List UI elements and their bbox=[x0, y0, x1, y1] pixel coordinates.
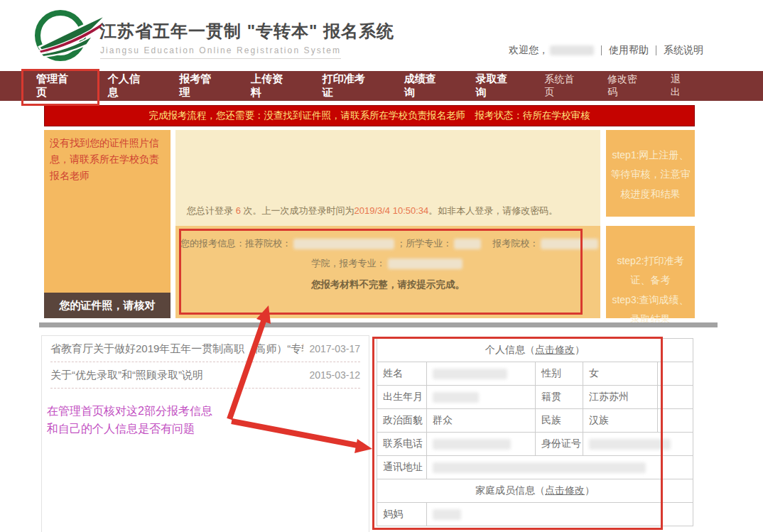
welcome-text: 欢迎您， bbox=[509, 44, 548, 57]
value-address bbox=[427, 456, 693, 479]
section-divider bbox=[39, 322, 718, 327]
login-text: 您总计登录 bbox=[187, 205, 236, 216]
label-phone: 联系电话 bbox=[377, 433, 427, 456]
value-birthplace: 江苏苏州 bbox=[583, 386, 658, 409]
empty-cell bbox=[658, 362, 693, 386]
step1-box: step1:网上注册、等待审核，注意审核进度和结果 bbox=[606, 130, 695, 217]
nav-right-group: 系统首页 修改密码 退出 bbox=[532, 71, 702, 101]
edit-personal-info-link[interactable]: 点击修改 bbox=[535, 344, 575, 355]
table-row: 出生年月 籍贯 江苏苏州 bbox=[377, 386, 693, 409]
login-text: 次。上一次成功登录时间为 bbox=[241, 205, 355, 216]
family-info-header: 家庭成员信息（点击修改） bbox=[377, 479, 693, 503]
target-major-redacted bbox=[388, 259, 462, 269]
tutorial-note: 在管理首页核对这2部分报考信息 和自己的个人信息是否有问题 bbox=[47, 403, 212, 438]
apply-info-line2: 学院，报考专业： bbox=[175, 257, 600, 270]
value-political-status: 群众 bbox=[427, 409, 536, 433]
value-phone bbox=[427, 433, 536, 456]
major-redacted bbox=[454, 239, 481, 249]
personal-info-table: 个人信息（点击修改） 姓名 性别 女 出生年月 籍贯 江苏苏州 政治面貌 群众 … bbox=[377, 338, 693, 526]
table-header-row: 个人信息（点击修改） bbox=[377, 339, 693, 362]
separator bbox=[656, 45, 656, 55]
news-date: 2015-03-12 bbox=[309, 369, 360, 381]
empty-cell bbox=[658, 386, 693, 409]
table-row: 姓名 性别 女 bbox=[377, 362, 693, 386]
nav-item-personal-info[interactable]: 个人信息 bbox=[93, 71, 165, 101]
personal-info-header: 个人信息（点击修改） bbox=[377, 339, 693, 362]
login-text: 。如非本人登录，请修改密码。 bbox=[428, 205, 558, 216]
tutorial-note-line1: 在管理首页核对这2部分报考信息 bbox=[47, 403, 212, 420]
header-text: ） bbox=[585, 484, 595, 496]
edit-family-info-link[interactable]: 点击修改 bbox=[545, 484, 585, 496]
user-name-redacted bbox=[550, 45, 594, 55]
empty-cell bbox=[658, 409, 693, 433]
value-mother bbox=[427, 503, 693, 526]
family-header-row: 家庭成员信息（点击修改） bbox=[377, 479, 693, 503]
step2-step3-box: step2:打印准考证、备考 step3:查询成绩、录取结果 bbox=[606, 226, 695, 318]
help-link[interactable]: 使用帮助 bbox=[609, 44, 649, 57]
apply-text: ；所学专业： bbox=[396, 237, 452, 250]
nav-item-print-ticket[interactable]: 打印准考证 bbox=[308, 71, 389, 101]
nav-item-system-home[interactable]: 系统首页 bbox=[532, 71, 595, 101]
phone-redacted bbox=[433, 439, 511, 450]
label-id-number: 身份证号 bbox=[536, 433, 583, 456]
tutorial-note-line2: 和自己的个人信息是否有问题 bbox=[47, 420, 212, 438]
value-birthdate bbox=[427, 386, 536, 409]
value-name bbox=[427, 362, 536, 386]
nav-left-group: 管理首页 个人信息 报考管理 上传资料 打印准考证 成绩查询 录取查询 bbox=[21, 71, 532, 101]
table-row: 妈妈 bbox=[377, 503, 693, 526]
photo-panel-footer: 您的证件照，请核对 bbox=[44, 293, 171, 318]
header-text: 个人信息（ bbox=[485, 344, 535, 355]
id-photo-panel: 没有找到您的证件照片信息，请联系所在学校负责报名老师 您的证件照，请核对 bbox=[44, 130, 171, 318]
label-political-status: 政治面貌 bbox=[377, 409, 427, 433]
label-name: 姓名 bbox=[377, 362, 427, 386]
name-redacted bbox=[433, 369, 507, 379]
separator bbox=[601, 45, 602, 55]
nav-item-admission-query[interactable]: 录取查询 bbox=[461, 71, 533, 101]
table-row: 联系电话 身份证号 bbox=[377, 433, 693, 456]
apply-text: 您的报考信息：推荐院校： bbox=[180, 237, 291, 250]
nav-item-change-password[interactable]: 修改密码 bbox=[595, 71, 659, 101]
apply-info-block: 您的报考信息：推荐院校：；所学专业： 报考院校： 学院，报考专业： 您报考材料不… bbox=[175, 226, 600, 318]
site-subtitle: Jiangsu Education Online Registration Sy… bbox=[100, 45, 341, 59]
label-ethnicity: 民族 bbox=[536, 409, 583, 433]
system-info-link[interactable]: 系统说明 bbox=[664, 44, 703, 57]
photo-missing-message: 没有找到您的证件照片信息，请联系所在学校负责报名老师 bbox=[44, 130, 171, 184]
news-date: 2017-03-17 bbox=[309, 343, 360, 354]
apply-info-line1: 您的报考信息：推荐院校：；所学专业： 报考院校： bbox=[180, 237, 600, 250]
address-redacted bbox=[433, 462, 646, 473]
main-navbar: 管理首页 个人信息 报考管理 上传资料 打印准考证 成绩查询 录取查询 系统首页… bbox=[0, 71, 763, 101]
news-list-item[interactable]: 关于“优先录取”和“照顾录取”说明 2015-03-12 bbox=[50, 362, 360, 389]
apply-warning: 您报考材料不完整，请按提示完成。 bbox=[175, 278, 600, 291]
step2-text: step2:打印准考证、备考 bbox=[609, 251, 692, 291]
news-title[interactable]: 关于“优先录取”和“照顾录取”说明 bbox=[50, 369, 303, 382]
header-text: 家庭成员信息（ bbox=[475, 484, 545, 496]
page-root: 江苏省五年一贯制 "专转本" 报名系统 Jiangsu Education On… bbox=[0, 0, 763, 532]
login-count: 6 bbox=[236, 205, 241, 216]
apply-text: 报考院校： bbox=[483, 237, 539, 250]
target-school-redacted bbox=[541, 239, 598, 249]
site-title: 江苏省五年一贯制 "专转本" 报名系统 bbox=[99, 20, 394, 43]
nav-item-upload-material[interactable]: 上传资料 bbox=[236, 71, 308, 101]
label-birthdate: 出生年月 bbox=[377, 386, 427, 409]
label-mother: 妈妈 bbox=[377, 503, 427, 526]
welcome-bar: 欢迎您， 使用帮助 系统说明 bbox=[509, 44, 703, 57]
label-address: 通讯地址 bbox=[377, 456, 427, 479]
table-row: 通讯地址 bbox=[377, 456, 693, 479]
center-panel: 您总计登录 6 次。上一次成功登录时间为2019/3/4 10:50:34。如非… bbox=[175, 130, 600, 318]
news-list-item[interactable]: 省教育厅关于做好2019年五年一贯制高职（高师）“专转 2017-03-17 bbox=[50, 336, 360, 362]
value-ethnicity: 汉族 bbox=[583, 409, 658, 433]
nav-item-apply-manage[interactable]: 报考管理 bbox=[164, 71, 236, 101]
news-title[interactable]: 省教育厅关于做好2019年五年一贯制高职（高师）“专转 bbox=[50, 342, 303, 356]
recommend-school-redacted bbox=[293, 239, 394, 249]
label-gender: 性别 bbox=[536, 362, 583, 386]
last-login-time: 2019/3/4 10:50:34 bbox=[354, 205, 428, 216]
nav-item-admin-home[interactable]: 管理首页 bbox=[21, 71, 93, 101]
header-text: ） bbox=[575, 344, 585, 355]
id-number-redacted bbox=[589, 439, 671, 450]
nav-item-score-query[interactable]: 成绩查询 bbox=[389, 71, 461, 101]
label-birthplace: 籍贯 bbox=[536, 386, 583, 409]
status-banner: 完成报考流程，您还需要：没查找到证件照，请联系所在学校负责报名老师 报考状态：待… bbox=[44, 105, 695, 126]
nav-item-logout[interactable]: 退出 bbox=[659, 71, 702, 101]
value-id-number bbox=[583, 433, 693, 456]
table-row: 政治面貌 群众 民族 汉族 bbox=[377, 409, 693, 433]
